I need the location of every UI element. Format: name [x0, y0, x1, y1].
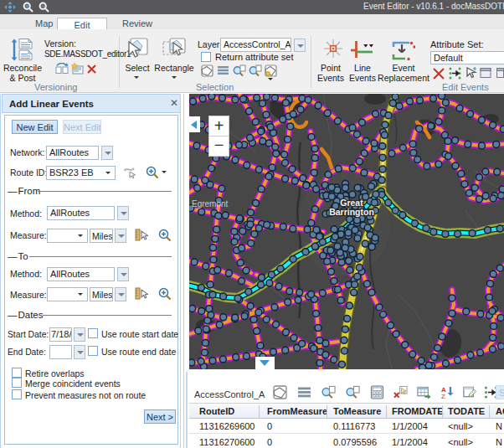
svg-text:Z: Z [441, 393, 445, 399]
svg-text:Barrington: Barrington [329, 207, 374, 217]
svg-text:Egremont: Egremont [192, 199, 229, 209]
